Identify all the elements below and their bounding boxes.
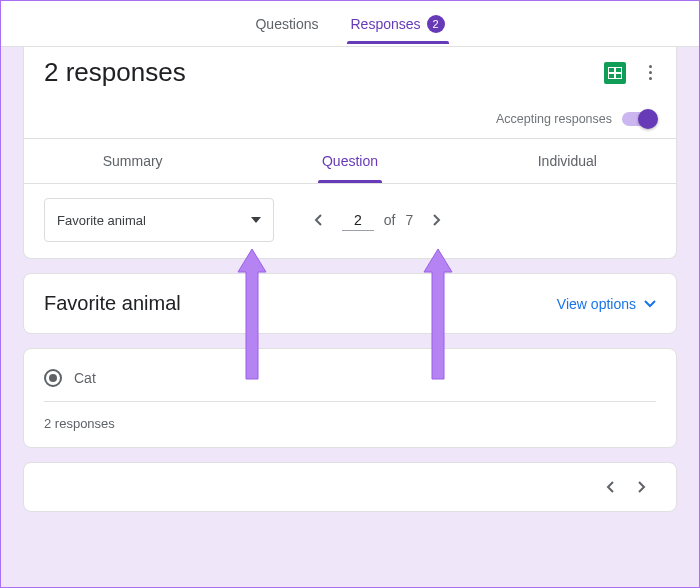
bottom-nav-card bbox=[23, 462, 677, 512]
question-dropdown-label: Favorite animal bbox=[57, 213, 146, 228]
top-tabbar: Questions Responses 2 bbox=[1, 1, 699, 47]
question-dropdown[interactable]: Favorite animal bbox=[44, 198, 274, 242]
next-button[interactable] bbox=[628, 473, 656, 501]
current-question-number: 2 bbox=[342, 210, 374, 231]
total-questions: 7 bbox=[405, 212, 413, 228]
answer-option-label: Cat bbox=[74, 370, 96, 386]
tab-questions[interactable]: Questions bbox=[251, 6, 322, 42]
view-options-label: View options bbox=[557, 296, 636, 312]
next-question-button[interactable] bbox=[423, 206, 451, 234]
question-title: Favorite animal bbox=[44, 292, 181, 315]
subtab-summary[interactable]: Summary bbox=[24, 139, 241, 183]
question-header-card: Favorite animal View options bbox=[23, 273, 677, 334]
answer-card: Cat 2 responses bbox=[23, 348, 677, 448]
chevron-down-icon bbox=[251, 217, 261, 223]
subtab-question[interactable]: Question bbox=[241, 139, 458, 183]
responses-panel: 2 responses Accepting responses Summary … bbox=[23, 47, 677, 259]
more-menu-button[interactable] bbox=[640, 63, 660, 83]
sheets-icon[interactable] bbox=[604, 62, 626, 84]
accepting-toggle[interactable] bbox=[622, 112, 656, 126]
accepting-label: Accepting responses bbox=[496, 112, 612, 126]
subtab-individual[interactable]: Individual bbox=[459, 139, 676, 183]
of-label: of bbox=[384, 212, 396, 228]
question-pager: 2 of 7 bbox=[304, 206, 451, 234]
tab-responses[interactable]: Responses 2 bbox=[347, 5, 449, 43]
prev-button[interactable] bbox=[596, 473, 624, 501]
tab-responses-label: Responses bbox=[351, 16, 421, 32]
responses-count-badge: 2 bbox=[427, 15, 445, 33]
page-title: 2 responses bbox=[44, 57, 186, 88]
view-options-button[interactable]: View options bbox=[557, 296, 656, 312]
answer-responses-count: 2 responses bbox=[44, 402, 656, 431]
radio-selected-icon bbox=[44, 369, 62, 387]
prev-question-button[interactable] bbox=[304, 206, 332, 234]
chevron-down-icon bbox=[644, 298, 656, 310]
